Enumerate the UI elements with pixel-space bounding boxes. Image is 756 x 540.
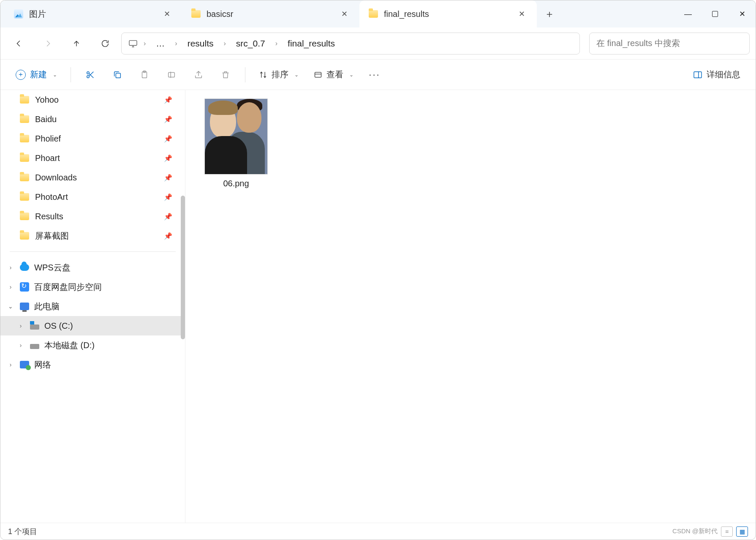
chevron-right-icon[interactable]: › bbox=[274, 40, 279, 47]
copy-icon bbox=[113, 70, 122, 79]
share-button[interactable] bbox=[187, 65, 210, 84]
new-label: 新建 bbox=[30, 69, 47, 80]
breadcrumb-segment[interactable]: final_results bbox=[283, 37, 339, 50]
search-input[interactable]: 在 final_results 中搜索 bbox=[589, 33, 750, 55]
chevron-right-icon[interactable]: › bbox=[222, 40, 228, 47]
breadcrumb-segment[interactable]: results bbox=[183, 37, 218, 50]
back-button[interactable] bbox=[6, 33, 32, 54]
folder-icon bbox=[20, 154, 29, 162]
pin-icon[interactable]: 📌 bbox=[164, 174, 172, 182]
sidebar-item-baidu[interactable]: Baidu📌 bbox=[0, 109, 185, 129]
tree-item-this-pc[interactable]: ⌄此电脑 bbox=[0, 297, 185, 316]
pin-icon[interactable]: 📌 bbox=[164, 135, 172, 143]
expand-icon[interactable]: › bbox=[6, 264, 15, 271]
tab-basicsr[interactable]: basicsr ✕ bbox=[182, 0, 359, 27]
chevron-right-icon[interactable]: › bbox=[142, 40, 147, 47]
tab-photos[interactable]: 图片 ✕ bbox=[5, 0, 182, 27]
sidebar-item-label: Baidu bbox=[35, 115, 57, 124]
view-details-button[interactable]: ≡ bbox=[721, 526, 733, 537]
tree-item-network[interactable]: ›网络 bbox=[0, 355, 185, 374]
sidebar-item-results[interactable]: Results📌 bbox=[0, 207, 185, 226]
sidebar-item-label: 屏幕截图 bbox=[35, 230, 69, 242]
cut-button[interactable] bbox=[79, 65, 102, 84]
more-button[interactable]: ··· bbox=[363, 65, 386, 84]
breadcrumb-segment[interactable]: src_0.7 bbox=[232, 37, 269, 50]
share-icon bbox=[194, 70, 203, 79]
rename-icon bbox=[167, 70, 176, 79]
minimize-button[interactable]: — bbox=[674, 0, 702, 27]
close-icon[interactable]: ✕ bbox=[161, 7, 173, 21]
file-item[interactable]: 06.png bbox=[202, 98, 270, 188]
sort-button[interactable]: 排序 ⌄ bbox=[253, 65, 305, 84]
svg-rect-7 bbox=[315, 72, 321, 77]
tab-final-results[interactable]: final_results ✕ bbox=[359, 0, 537, 27]
view-button[interactable]: 查看 ⌄ bbox=[308, 65, 359, 84]
svg-rect-3 bbox=[116, 73, 120, 78]
rename-button[interactable] bbox=[160, 65, 183, 84]
sidebar-item-downloads[interactable]: Downloads📌 bbox=[0, 168, 185, 187]
sidebar-item-photoart[interactable]: PhotoArt📌 bbox=[0, 187, 185, 207]
chevron-right-icon[interactable]: › bbox=[173, 40, 179, 47]
file-name: 06.png bbox=[223, 179, 249, 188]
refresh-button[interactable] bbox=[92, 33, 118, 54]
details-label: 详细信息 bbox=[707, 69, 740, 80]
forward-button[interactable] bbox=[35, 33, 60, 54]
expand-icon[interactable]: › bbox=[16, 342, 25, 349]
tree-item-os-c[interactable]: ›OS (C:) bbox=[0, 316, 185, 335]
view-icon bbox=[314, 71, 322, 79]
pin-icon[interactable]: 📌 bbox=[164, 193, 172, 201]
delete-button[interactable] bbox=[214, 65, 237, 84]
sidebar-divider bbox=[10, 251, 176, 252]
pin-icon[interactable]: 📌 bbox=[164, 232, 172, 240]
tree-item-disk-d[interactable]: ›本地磁盘 (D:) bbox=[0, 335, 185, 355]
scrollbar-thumb[interactable] bbox=[181, 196, 185, 339]
breadcrumb-overflow[interactable]: … bbox=[152, 37, 169, 50]
pin-icon[interactable]: 📌 bbox=[164, 115, 172, 123]
sidebar-item-screenshots[interactable]: 屏幕截图📌 bbox=[0, 226, 185, 245]
pin-icon[interactable]: 📌 bbox=[164, 213, 172, 221]
divider bbox=[245, 67, 245, 82]
sidebar[interactable]: Yohoo📌 Baidu📌 Pholief📌 Phoart📌 Downloads… bbox=[0, 90, 185, 523]
disk-icon bbox=[30, 325, 39, 330]
folder-icon bbox=[20, 213, 29, 220]
close-icon[interactable]: ✕ bbox=[339, 7, 350, 21]
close-window-button[interactable]: ✕ bbox=[729, 0, 756, 27]
address-bar[interactable]: › … › results › src_0.7 › final_results bbox=[121, 33, 580, 55]
folder-icon bbox=[20, 193, 29, 201]
chevron-down-icon: ⌄ bbox=[294, 72, 299, 78]
pin-icon[interactable]: 📌 bbox=[164, 154, 172, 162]
sidebar-item-pholief[interactable]: Pholief📌 bbox=[0, 129, 185, 148]
expand-icon[interactable]: › bbox=[16, 322, 25, 329]
svg-point-2 bbox=[87, 75, 90, 78]
sidebar-item-label: Downloads bbox=[35, 173, 77, 183]
collapse-icon[interactable]: ⌄ bbox=[6, 303, 15, 310]
view-icons-button[interactable]: ▦ bbox=[736, 526, 748, 537]
folder-icon bbox=[20, 96, 29, 104]
maximize-button[interactable] bbox=[702, 0, 729, 27]
file-list[interactable]: 06.png bbox=[185, 90, 756, 523]
sidebar-item-phoart[interactable]: Phoart📌 bbox=[0, 148, 185, 168]
new-button[interactable]: ＋ 新建 ⌄ bbox=[10, 65, 63, 84]
svg-rect-6 bbox=[169, 72, 175, 77]
details-pane-button[interactable]: 详细信息 bbox=[687, 65, 746, 84]
tree-item-label: OS (C:) bbox=[44, 321, 73, 331]
sidebar-item-yohoo[interactable]: Yohoo📌 bbox=[0, 90, 185, 109]
tree-item-baidu-sync[interactable]: ›百度网盘同步空间 bbox=[0, 277, 185, 297]
tree-item-wps[interactable]: ›WPS云盘 bbox=[0, 258, 185, 277]
sidebar-item-label: PhotoArt bbox=[35, 192, 68, 202]
pin-icon[interactable]: 📌 bbox=[164, 96, 172, 104]
sidebar-item-label: Phoart bbox=[35, 153, 60, 163]
tab-label: final_results bbox=[384, 9, 429, 19]
new-tab-button[interactable]: ＋ bbox=[537, 0, 562, 27]
expand-icon[interactable]: › bbox=[6, 284, 15, 290]
tab-label: basicsr bbox=[207, 9, 233, 19]
sidebar-item-label: Yohoo bbox=[35, 95, 59, 105]
expand-icon[interactable]: › bbox=[6, 361, 15, 368]
sidebar-item-label: Results bbox=[35, 212, 63, 221]
copy-button[interactable] bbox=[106, 65, 129, 84]
up-button[interactable] bbox=[64, 33, 89, 54]
paste-button[interactable] bbox=[133, 65, 156, 84]
pc-icon bbox=[20, 303, 29, 310]
close-icon[interactable]: ✕ bbox=[516, 7, 528, 21]
svg-rect-8 bbox=[694, 71, 702, 77]
